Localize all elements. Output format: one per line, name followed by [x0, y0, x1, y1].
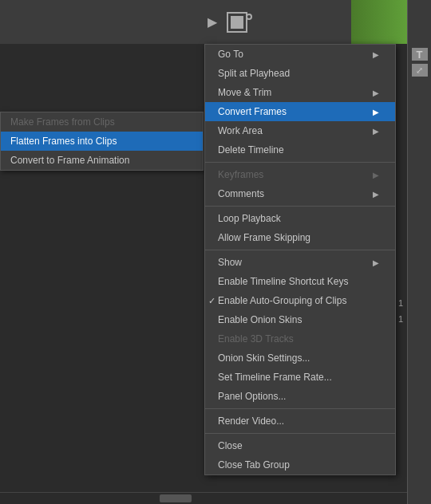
scrollbar-thumb[interactable] — [160, 494, 192, 502]
play-icon[interactable]: ▶ — [208, 14, 217, 30]
separator-4 — [205, 408, 395, 409]
right-sidebar: T ⤢ — [407, 0, 431, 504]
arrow-icon: ▶ — [373, 258, 379, 267]
menu-item-close-tab-group[interactable]: Close Tab Group — [205, 455, 395, 474]
flatten-frames-into-clips-item[interactable]: Flatten Frames into Clips — [1, 132, 203, 151]
arrow-icon: ▶ — [373, 108, 379, 116]
menu-item-show[interactable]: Show ▶ — [205, 253, 395, 272]
menu-item-enable-auto-grouping[interactable]: ✓ Enable Auto-Grouping of Clips — [205, 291, 395, 310]
arrow-icon: ▶ — [373, 89, 379, 97]
menu-item-split-at-playhead[interactable]: Split at Playhead — [205, 64, 395, 83]
menu-item-keyframes[interactable]: Keyframes ▶ — [205, 165, 395, 184]
type-icon[interactable]: T — [412, 48, 428, 61]
menu-item-allow-frame-skipping[interactable]: Allow Frame Skipping — [205, 228, 395, 247]
menu-item-delete-timeline[interactable]: Delete Timeline — [205, 140, 395, 159]
menu-item-enable-3d-tracks[interactable]: Enable 3D Tracks — [205, 329, 395, 348]
separator-2 — [205, 206, 395, 207]
separator-1 — [205, 162, 395, 163]
make-frames-from-clips-item[interactable]: Make Frames from Clips — [1, 112, 203, 132]
menu-item-onion-skin-settings[interactable]: Onion Skin Settings... — [205, 348, 395, 368]
separator-3 — [205, 250, 395, 250]
arrow-icon: ▶ — [373, 190, 379, 199]
menu-item-enable-timeline-shortcut-keys[interactable]: Enable Timeline Shortcut Keys — [205, 272, 395, 291]
menu-item-loop-playback[interactable]: Loop Playback — [205, 209, 395, 228]
menu-item-work-area[interactable]: Work Area ▶ — [205, 121, 395, 140]
context-menu: Go To ▶ Split at Playhead Move & Trim ▶ … — [204, 44, 396, 475]
arrow-icon: ▶ — [373, 171, 379, 179]
menu-item-panel-options[interactable]: Panel Options... — [205, 387, 395, 406]
checkmark-icon: ✓ — [208, 296, 216, 306]
transform-icon[interactable]: ⤢ — [412, 64, 428, 77]
menu-item-close[interactable]: Close — [205, 436, 395, 455]
arrow-icon: ▶ — [373, 50, 379, 59]
arrow-icon: ▶ — [373, 127, 379, 136]
convert-to-frame-animation-item[interactable]: Convert to Frame Animation — [1, 151, 203, 170]
bottom-scrollbar[interactable] — [0, 492, 407, 504]
menu-item-enable-onion-skins[interactable]: Enable Onion Skins — [205, 310, 395, 329]
separator-5 — [205, 433, 395, 434]
menu-item-move-trim[interactable]: Move & Trim ▶ — [205, 83, 395, 102]
menu-item-render-video[interactable]: Render Video... — [205, 411, 395, 431]
menu-item-set-timeline-frame-rate[interactable]: Set Timeline Frame Rate... — [205, 368, 395, 387]
frame-icon[interactable] — [227, 12, 247, 33]
menu-item-convert-frames[interactable]: Convert Frames ▶ — [205, 102, 395, 121]
menu-item-comments[interactable]: Comments ▶ — [205, 184, 395, 203]
submenu-left: Make Frames from Clips Flatten Frames in… — [0, 112, 204, 171]
menu-item-go-to[interactable]: Go To ▶ — [205, 45, 395, 64]
